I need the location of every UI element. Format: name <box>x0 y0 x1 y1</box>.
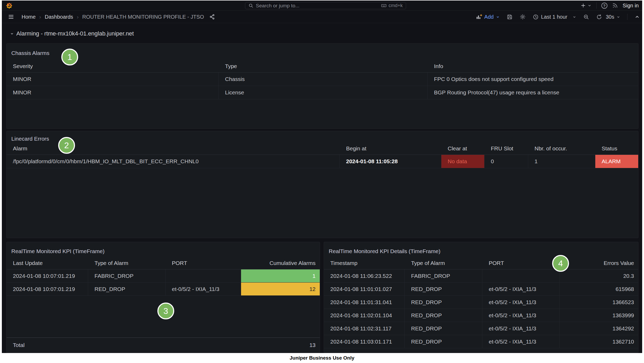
chevron-down-icon <box>616 15 620 19</box>
dashboard-row-header[interactable]: Alarming - rtme-mx10k4-01.englab.juniper… <box>10 30 134 37</box>
table-row: 2024-01-08 11:02:01.104 RED_DROP et-0/5/… <box>324 309 638 322</box>
breadcrumb-separator: › <box>39 14 41 20</box>
column-header-last-update[interactable]: Last Update <box>7 257 88 269</box>
column-header-fru-slot[interactable]: FRU Slot <box>485 142 528 155</box>
column-header-info[interactable]: Info <box>428 60 638 72</box>
column-header-type[interactable]: Type <box>219 60 428 72</box>
column-header-occurrences[interactable]: Nbr. of occur. <box>528 142 595 155</box>
cell-type-of-alarm: RED_DROP <box>405 322 482 335</box>
add-button[interactable]: Add <box>476 14 500 20</box>
keyboard-icon <box>381 3 387 8</box>
cell-last-update: 2024-01-08 10:07:01.219 <box>7 283 88 295</box>
bar-chart-plus-icon <box>476 14 482 20</box>
news-rss-icon[interactable] <box>612 3 618 8</box>
table-row: 2024-01-08 11:01:31.041 RED_DROP et-0/5/… <box>324 296 638 309</box>
column-header-begin-at[interactable]: Begin at <box>340 142 441 155</box>
cell-severity: MINOR <box>7 73 219 86</box>
panel-kpi-details: RealTime Monitored KPI Details (TimeFram… <box>324 242 638 353</box>
collapse-topbar-button[interactable] <box>634 14 640 20</box>
new-menu-button[interactable] <box>580 3 592 8</box>
column-header-errors-value[interactable]: Errors Value <box>560 257 638 269</box>
table-row: 2024-01-08 10:07:01.219 FABRIC_DROP 1 <box>7 269 320 283</box>
breadcrumb-separator: › <box>77 14 79 20</box>
column-header-timestamp[interactable]: Timestamp <box>324 257 405 269</box>
chevron-down-icon <box>587 3 592 8</box>
column-header-alarm[interactable]: Alarm <box>7 142 340 155</box>
search-shortcut: cmd+k <box>381 3 403 8</box>
column-header-clear-at[interactable]: Clear at <box>441 142 485 155</box>
dashboard-toolbar: Home › Dashboards › ROUTER HEALTH MONITO… <box>2 11 642 23</box>
search-input[interactable]: Search or jump to... cmd+k <box>245 2 406 9</box>
cell-status: ALARM <box>595 155 638 168</box>
chevron-down-icon <box>10 32 14 36</box>
breadcrumb-home[interactable]: Home <box>22 14 36 20</box>
grafana-logo-icon[interactable] <box>6 2 13 9</box>
cell-errors-value: 615968 <box>560 283 638 295</box>
breadcrumb: Home › Dashboards › ROUTER HEALTH MONITO… <box>8 11 215 23</box>
gear-icon <box>520 14 526 20</box>
dashboard-settings-button[interactable] <box>520 14 526 20</box>
cell-occurrences: 1 <box>528 155 595 168</box>
panel-title[interactable]: Chassis Alarms <box>11 50 49 56</box>
annotation-step-3: 3 <box>157 303 174 319</box>
zoom-out-icon <box>583 14 589 20</box>
save-icon <box>507 14 513 20</box>
cell-info: BGP Routing Protocol(47) usage requires … <box>428 86 638 99</box>
toolbar-actions: Add Last 1 hour <box>476 11 640 23</box>
save-dashboard-button[interactable] <box>507 14 513 20</box>
chevron-down-icon <box>496 15 500 19</box>
cell-timestamp: 2024-01-08 11:02:01.104 <box>324 309 405 322</box>
column-header-severity[interactable]: Severity <box>7 60 219 72</box>
confidentiality-footer: Juniper Business Use Only <box>0 353 644 363</box>
table-row: 2024-01-08 11:01:01.027 RED_DROP et-0/5/… <box>324 283 638 296</box>
breadcrumb-dashboards[interactable]: Dashboards <box>45 14 73 20</box>
zoom-out-time-button[interactable] <box>583 14 589 20</box>
panel-chassis-alarms: Chassis Alarms Severity Type Info MINOR … <box>6 43 638 129</box>
annotation-step-4: 4 <box>552 255 569 272</box>
column-header-cumulative-alarms[interactable]: Cumulative Alarms <box>241 257 320 269</box>
refresh-picker[interactable]: 30s <box>596 14 620 20</box>
cell-type-of-alarm: RED_DROP <box>405 296 482 309</box>
table-row: MINOR License BGP Routing Protocol(47) u… <box>7 86 638 99</box>
menu-toggle-button[interactable] <box>8 14 14 20</box>
plus-icon <box>580 3 586 8</box>
cell-clear-at: No data <box>441 155 485 168</box>
cell-errors-value: 1366523 <box>560 296 638 309</box>
panel-title[interactable]: RealTime Monitored KPI (TimeFrame) <box>11 248 104 254</box>
table-row: 2024-01-08 10:07:01.219 RED_DROP et-0/5/… <box>7 283 320 296</box>
panel-kpi-summary: RealTime Monitored KPI (TimeFrame) Last … <box>6 242 320 353</box>
cell-timestamp: 2024-01-08 11:01:31.041 <box>324 296 405 309</box>
panel-title[interactable]: RealTime Monitored KPI Details (TimeFram… <box>329 248 440 254</box>
table-header-row: Timestamp Type of Alarm PORT Errors Valu… <box>324 257 638 269</box>
hamburger-icon <box>8 14 14 20</box>
cell-type-of-alarm: RED_DROP <box>405 309 482 322</box>
footer-text: Juniper Business Use Only <box>289 355 354 361</box>
cell-cumulative-alarms: 1 <box>241 269 320 282</box>
help-icon[interactable]: ? <box>601 3 607 9</box>
cell-port: et-0/5/2 - IXIA_11/3 <box>482 322 560 335</box>
cell-port <box>482 269 560 282</box>
sign-in-button[interactable]: Sign in <box>623 3 639 9</box>
row-title: Alarming - rtme-mx10k4-01.englab.juniper… <box>16 30 134 37</box>
column-header-type-of-alarm[interactable]: Type of Alarm <box>405 257 482 269</box>
panel-title[interactable]: Linecard Errors <box>11 136 49 142</box>
table-row: /fpc/0/platformd/0/cm/0/hbm/1/HBM_IO_MLT… <box>7 155 638 168</box>
table-total-row: Total 13 <box>7 338 320 352</box>
table-header-row: Alarm Begin at Clear at FRU Slot Nbr. of… <box>7 142 638 155</box>
column-header-port[interactable]: PORT <box>166 257 241 269</box>
time-range-picker[interactable]: Last 1 hour <box>533 14 576 20</box>
total-value: 13 <box>309 342 316 348</box>
table-header-row: Last Update Type of Alarm PORT Cumulativ… <box>7 257 320 269</box>
cell-type: Chassis <box>219 73 428 86</box>
column-header-port[interactable]: PORT <box>482 257 560 269</box>
column-header-status[interactable]: Status <box>595 142 638 155</box>
table-row: MINOR Chassis FPC 0 Optics does not supp… <box>7 73 638 86</box>
column-header-type-of-alarm[interactable]: Type of Alarm <box>88 257 166 269</box>
cell-port: et-0/5/2 - IXIA_11/3 <box>482 335 560 348</box>
cell-port <box>166 269 241 282</box>
cell-timestamp: 2024-01-08 11:06:23.522 <box>324 269 405 282</box>
divider <box>596 2 597 9</box>
share-button[interactable] <box>209 14 215 20</box>
annotation-step-2: 2 <box>58 137 75 154</box>
table-row: 2024-01-08 11:06:23.522 FABRIC_DROP 20.3 <box>324 269 638 283</box>
